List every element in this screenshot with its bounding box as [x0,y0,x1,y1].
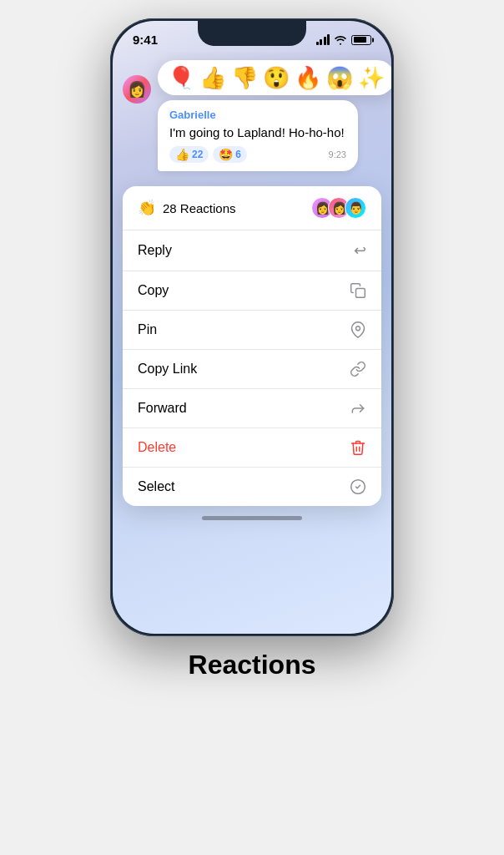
copy-label: Copy [138,283,169,298]
menu-item-delete[interactable]: Delete [123,428,381,468]
reaction-emoji-thumbsup: 👍 [199,67,226,89]
phone-frame: 9:41 👩 [110,18,394,636]
copy-icon [350,282,366,299]
message-bubble: Gabrielle I'm going to Lapland! Ho-ho-ho… [158,100,358,171]
clapping-icon: 👏 [138,199,156,217]
menu-item-pin[interactable]: Pin [123,311,381,350]
badge-count-thumbsup: 22 [192,149,203,160]
phone-screen: 9:41 👩 [113,21,391,634]
status-icons [316,34,372,45]
reactions-count-label: 28 Reactions [163,201,236,215]
link-icon [350,361,366,377]
reaction-badge-thumbsup[interactable]: 👍 22 [169,146,209,163]
reply-label: Reply [138,243,172,258]
reply-icon: ↩ [354,241,366,260]
reaction-emoji-shocked: 😱 [326,67,353,89]
pin-label: Pin [138,322,157,337]
avatar: 👩 [123,75,151,104]
signal-icon [316,34,330,45]
copylink-label: Copy Link [138,362,197,377]
sender-name: Gabrielle [169,109,346,121]
delete-label: Delete [138,440,176,455]
message-footer: 👍 22 🤩 6 9:23 [169,146,346,163]
battery-icon [351,35,371,45]
reactions-avatar-3: 👨 [345,197,366,219]
reactions-left: 👏 28 Reactions [138,199,236,217]
badge-emoji-starstruck: 🤩 [219,148,233,161]
emoji-reaction-bar: 🎈 👍 👎 😲 🔥 😱 ✨ [158,60,391,95]
home-indicator [113,506,391,529]
menu-item-select[interactable]: Select [123,468,381,506]
reactions-header[interactable]: 👏 28 Reactions 👩 👩 👨 [123,186,381,230]
pin-icon [350,321,366,338]
reaction-emoji-sparkle: ✨ [358,67,385,89]
menu-item-copy[interactable]: Copy [123,271,381,311]
badge-emoji-thumbsup: 👍 [175,148,189,161]
reactions-avatars: 👩 👩 👨 [311,197,366,219]
bubble-container: 🎈 👍 👎 😲 🔥 😱 ✨ Gabrielle I'm going to Lap… [158,60,358,171]
forward-label: Forward [138,401,187,416]
forward-icon [350,400,366,417]
context-menu: 👏 28 Reactions 👩 👩 👨 Reply ↩ [123,186,381,506]
chat-area: 👩 🎈 👍 👎 😲 🔥 😱 ✨ [113,52,391,180]
home-bar [202,516,302,520]
badge-count-starstruck: 6 [235,149,241,160]
notch [198,21,306,46]
status-time: 9:41 [133,33,158,47]
message-text: I'm going to Lapland! Ho-ho-ho! [169,124,346,141]
page-title: Reactions [189,650,316,680]
svg-point-1 [356,326,360,331]
reaction-emoji-fire: 🔥 [295,67,321,89]
screen-content: 👩 🎈 👍 👎 😲 🔥 😱 ✨ [113,52,391,634]
wifi-icon [334,35,347,45]
svg-rect-0 [356,289,365,298]
reaction-badge-starstruck[interactable]: 🤩 6 [213,146,247,163]
reaction-emoji-wow: 😲 [263,67,290,89]
select-icon [350,478,366,495]
menu-item-forward[interactable]: Forward [123,389,381,428]
reaction-badges: 👍 22 🤩 6 [169,146,247,163]
delete-icon [350,439,366,456]
menu-item-copylink[interactable]: Copy Link [123,350,381,389]
reaction-emoji-thumbsdown: 👎 [231,67,258,89]
reaction-emoji-balloon: 🎈 [168,67,194,89]
select-label: Select [138,479,174,494]
menu-item-reply[interactable]: Reply ↩ [123,230,381,271]
message-time: 9:23 [329,149,346,159]
